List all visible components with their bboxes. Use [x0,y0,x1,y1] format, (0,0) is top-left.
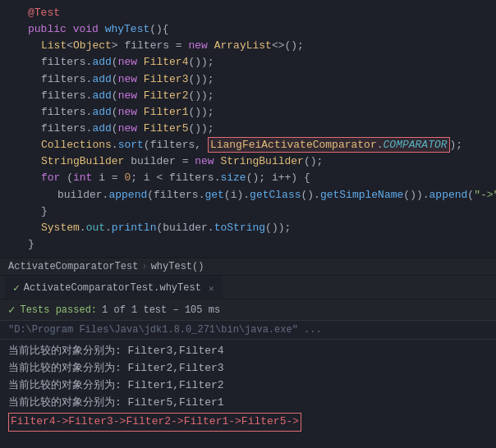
test-pass-check-icon: ✓ [8,303,15,317]
tab-activate-comparator[interactable]: ✓ ActivateComparatorTest.whyTest ✕ [5,276,223,299]
code-line-2: filters.add(new Filter4()); [0,54,496,71]
collections-class: Collections [41,139,112,151]
code-line-sb: StringBuilder builder = new StringBuilde… [0,153,496,170]
output-line-4: 当前比较的对象分别为: Filter5,Filter1 [8,395,488,412]
output-result-box: Filter4->Filter3->Filter2->Filter1->Filt… [8,411,488,432]
test-pass-icon: ✓ [13,281,20,295]
code-line-1: List<Object> filters = new ArrayList<>()… [0,38,496,54]
code-line-print: System.out.println(builder.toString()); [0,220,496,236]
code-line-for: for (int i = 0; i < filters.size(); i++)… [0,170,496,186]
tab-close-icon[interactable]: ✕ [209,283,214,294]
keyword-void: void [73,23,99,35]
breadcrumb-separator: › [141,261,147,272]
status-detail: 1 of 1 test – 105 ms [102,304,220,316]
output-area: 当前比较的对象分别为: Filter3,Filter4 当前比较的对象分别为: … [0,340,496,435]
output-line-3: 当前比较的对象分别为: Filter1,Filter2 [8,377,488,395]
code-line-method: public void whyTest(){ [0,21,496,38]
tab-label: ActivateComparatorTest.whyTest [24,282,201,294]
breadcrumb: ActivateComparatorTest › whyTest() [0,258,496,276]
keyword-public: public [28,23,67,35]
code-line-4: filters.add(new Filter2()); [0,88,496,104]
status-label: Tests passed: [20,304,97,316]
output-line-2: 当前比较的对象分别为: Filter2,Filter3 [8,360,488,377]
cmd-text: "D:\Program Files\Java\jdk1.8.0_271\bin\… [8,324,322,336]
result-text: Filter4->Filter3->Filter2->Filter1->Filt… [8,413,301,432]
code-line-close-for: } [0,203,496,220]
breadcrumb-class: ActivateComparatorTest [8,261,138,272]
command-line: "D:\Program Files\Java\jdk1.8.0_271\bin\… [0,321,496,340]
test-status-bar: ✓ Tests passed: 1 of 1 test – 105 ms [0,299,496,321]
code-line-sort: Collections.sort(filters, LiangFeiActiva… [0,137,496,153]
method-name: whyTest [105,23,150,35]
output-line-1: 当前比较的对象分别为: Filter3,Filter4 [8,343,488,360]
code-line-6: filters.add(new Filter5()); [0,121,496,137]
code-line-append: builder.append(filters.get(i).getClass()… [0,187,496,203]
sort-method: sort [118,139,144,151]
annotation: @Test [28,7,60,19]
highlighted-comparator: LiangFeiActivateComparator.COMPARATOR [208,137,450,153]
code-line-close-method: } [0,236,496,253]
breadcrumb-method: whyTest() [151,261,204,272]
code-line-annotation: @Test [0,5,496,21]
type-list: List [41,39,67,52]
editor-area: @Test public void whyTest(){ List<Object… [0,0,496,258]
code-line-3: filters.add(new Filter3()); [0,71,496,88]
code-line-5: filters.add(new Filter1()); [0,104,496,121]
tab-bar: ✓ ActivateComparatorTest.whyTest ✕ [0,276,496,299]
